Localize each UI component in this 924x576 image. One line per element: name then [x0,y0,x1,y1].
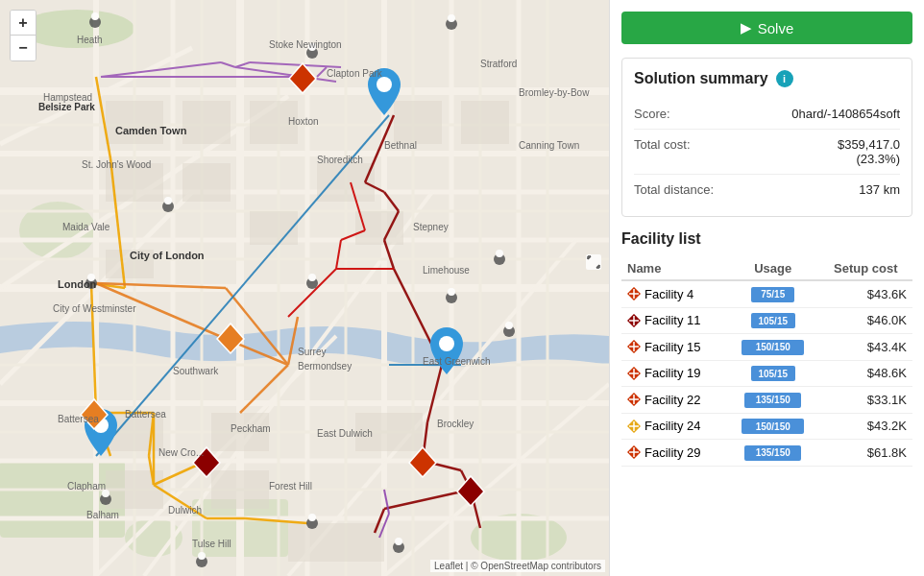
facility-usage-cell: 105/15 [727,307,819,334]
svg-text:St. John's Wood: St. John's Wood [82,159,151,170]
svg-rect-50 [461,101,509,144]
svg-point-134 [395,538,402,545]
attribution-contributors: contributors [551,561,601,571]
usage-label: 135/150 [756,395,790,405]
total-cost-label: Total cost: [634,137,767,152]
attribution-separator: | © [466,561,481,571]
total-distance-row: Total distance: 137 km [634,175,900,204]
usage-label: 150/150 [756,342,790,352]
total-distance-label: Total distance: [634,182,767,197]
svg-point-120 [308,274,316,281]
svg-text:Canning Town: Canning Town [519,140,579,151]
svg-text:Surrey: Surrey [298,347,326,357]
col-name: Name [621,257,727,280]
facility-usage-cell: 150/150 [727,413,819,440]
facility-name: Facility 4 [644,287,693,301]
svg-point-110 [91,12,99,20]
svg-text:Forest Hill: Forest Hill [269,481,312,492]
svg-text:Stepney: Stepney [413,222,449,232]
facility-setup-cost: $43.4K [819,334,912,361]
usage-label: 75/15 [761,289,785,300]
facility-usage-cell: 105/15 [727,360,819,387]
svg-text:Tulse Hill: Tulse Hill [192,539,231,549]
facility-table: Name Usage Setup cost Facility 4 [621,257,912,467]
facility-name-cell: Facility 24 [621,413,727,440]
svg-text:Stoke Newington: Stoke Newington [269,39,342,50]
facility-color-icon [627,420,641,433]
facility-setup-cost: $43.6K [819,280,912,307]
facility-color-icon [627,393,641,406]
svg-text:Bethnal: Bethnal [384,140,417,151]
svg-rect-52 [250,211,298,245]
score-row: Score: 0hard/-1408654soft [634,99,900,130]
table-row[interactable]: Facility 11 105/15 $46.0K [621,307,912,334]
svg-rect-49 [394,101,442,144]
facility-color-icon [627,445,641,459]
solution-summary-header: Solution summary i [634,70,900,87]
total-cost-value: $359,417.0(23.3%) [767,137,901,166]
svg-text:Shoreditch: Shoreditch [317,155,363,165]
svg-rect-58 [211,470,269,509]
info-icon[interactable]: i [776,70,793,87]
zoom-in-button[interactable]: + [11,11,36,36]
svg-text:Maida Vale: Maida Vale [62,222,110,232]
svg-text:East Greenwich: East Greenwich [423,356,491,367]
table-row[interactable]: Facility 22 135/150 $33.1K [621,387,912,414]
table-row[interactable]: Facility 29 135/150 $61.8K [621,440,912,467]
map-attribution: Leaflet | © OpenStreetMap contributors [430,560,605,572]
svg-point-116 [448,14,455,22]
facility-name-cell: Facility 19 [621,360,727,387]
facility-name-cell: Facility 4 [621,280,727,307]
total-distance-value: 137 km [767,182,901,197]
svg-text:City of London: City of London [130,250,205,261]
facility-name: Facility 19 [644,366,701,380]
svg-point-126 [448,288,455,296]
facility-usage-cell: 135/150 [727,440,819,467]
svg-text:Balham: Balham [86,510,119,520]
svg-text:Battersea: Battersea [125,409,166,420]
svg-rect-44 [182,101,231,144]
facility-color-icon [627,340,641,353]
svg-point-112 [164,197,172,204]
col-setup-cost: Setup cost [819,257,912,280]
map-container[interactable]: Heath Belsize Park Hampstead Camden Town… [0,0,609,576]
zoom-out-button[interactable]: − [11,36,36,60]
solve-button[interactable]: ▶ Solve [621,12,912,44]
svg-text:Bermondsey: Bermondsey [298,361,352,372]
svg-text:Clapton Park: Clapton Park [327,68,383,79]
svg-text:Hoxton: Hoxton [288,116,319,127]
facility-setup-cost: $46.0K [819,307,912,334]
svg-rect-47 [182,163,231,202]
leaflet-link[interactable]: Leaflet [434,561,463,571]
table-row[interactable]: Facility 24 150/150 $43.2K [621,413,912,440]
svg-text:Stratford: Stratford [480,59,517,69]
facility-name-cell: Facility 11 [621,307,727,334]
svg-text:Dulwich: Dulwich [168,505,202,516]
facility-setup-cost: $48.6K [819,360,912,387]
solve-label: Solve [758,20,794,36]
usage-label: 105/15 [758,316,788,326]
svg-text:London: London [58,278,97,290]
osm-link[interactable]: OpenStreetMap [480,561,548,571]
svg-point-130 [308,514,316,521]
usage-label: 135/150 [756,447,790,458]
facility-list-title: Facility list [621,230,912,248]
svg-text:Heath: Heath [77,35,103,45]
usage-label: 150/150 [756,421,790,432]
svg-text:Bromley-by-Bow: Bromley-by-Bow [519,87,590,98]
svg-text:East Dulwich: East Dulwich [317,428,373,439]
svg-text:Belsize Park: Belsize Park [38,102,95,112]
table-row[interactable]: Facility 15 150/150 $43.4K [621,334,912,361]
svg-point-136 [377,77,392,92]
svg-text:Hampstead: Hampstead [43,92,92,103]
total-cost-row: Total cost: $359,417.0(23.3%) [634,130,900,175]
right-panel: ▶ Solve Solution summary i Score: 0hard/… [609,0,924,576]
facility-name: Facility 29 [644,445,701,460]
svg-text:Battersea: Battersea [58,414,99,424]
facility-usage-cell: 135/150 [727,387,819,414]
table-row[interactable]: Facility 4 75/15 $43.6K [621,280,912,307]
solve-icon: ▶ [741,19,752,36]
svg-text:New Cro...: New Cro... [158,447,204,458]
table-row[interactable]: Facility 19 105/15 $48.6K [621,360,912,387]
usage-label: 105/15 [758,369,788,379]
